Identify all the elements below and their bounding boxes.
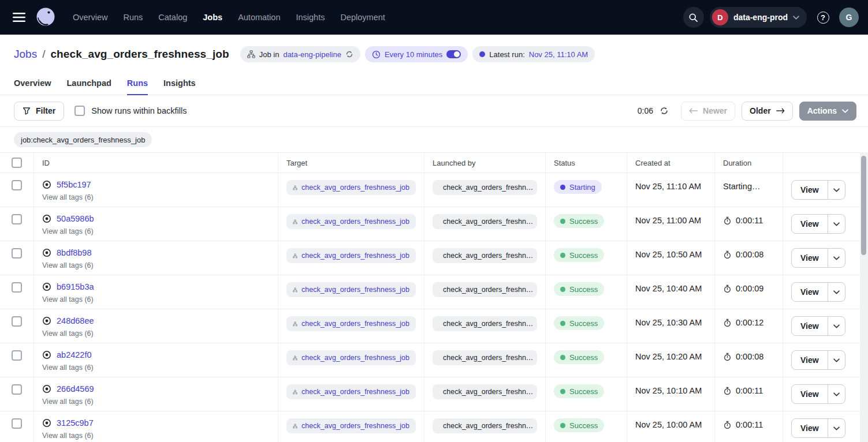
view-dropdown-toggle[interactable] — [828, 181, 845, 199]
view-all-tags-link[interactable]: View all tags (6) — [42, 398, 270, 406]
job-location-badge: Job in data-eng-pipeline — [240, 46, 360, 62]
view-dropdown-toggle[interactable] — [828, 317, 845, 335]
run-id-link[interactable]: b6915b3a — [57, 282, 94, 291]
view-all-tags-link[interactable]: View all tags (6) — [42, 227, 270, 235]
run-id-link[interactable]: 248d68ee — [57, 316, 94, 325]
row-checkbox[interactable] — [12, 316, 22, 327]
status-cell: Success — [546, 411, 627, 442]
tab-launchpad[interactable]: Launchpad — [67, 71, 111, 95]
vertical-scrollbar[interactable] — [860, 152, 868, 442]
user-avatar[interactable]: G — [839, 8, 859, 27]
launched-by-pill[interactable]: check_avg_orders_freshn… — [433, 316, 537, 331]
search-button[interactable] — [683, 7, 704, 28]
view-all-tags-link[interactable]: View all tags (6) — [42, 432, 270, 440]
sync-icon[interactable] — [345, 50, 353, 58]
backfills-checkbox[interactable] — [74, 106, 85, 116]
view-all-tags-link[interactable]: View all tags (6) — [42, 193, 270, 201]
target-pill[interactable]: check_avg_orders_freshness_job — [286, 248, 416, 263]
target-pill[interactable]: check_avg_orders_freshness_job — [286, 350, 416, 365]
view-dropdown-toggle[interactable] — [828, 419, 845, 437]
view-run-button[interactable]: View — [791, 214, 845, 234]
refresh-countdown: 0:06 — [638, 106, 653, 115]
scrollbar-thumb[interactable] — [861, 156, 866, 255]
row-checkbox[interactable] — [12, 214, 22, 224]
run-id-link[interactable]: ab2422f0 — [57, 350, 91, 359]
top-nav: Overview Runs Catalog Jobs Automation In… — [0, 0, 868, 35]
nav-item-catalog[interactable]: Catalog — [158, 13, 187, 22]
view-run-button[interactable]: View — [791, 282, 845, 302]
view-dropdown-toggle[interactable] — [828, 351, 845, 369]
row-checkbox[interactable] — [12, 282, 22, 293]
run-id-link[interactable]: 50a5986b — [57, 214, 94, 223]
target-pill[interactable]: check_avg_orders_freshness_job — [286, 282, 416, 297]
nav-item-insights[interactable]: Insights — [296, 13, 325, 22]
view-run-button[interactable]: View — [791, 180, 845, 200]
filter-button[interactable]: Filter — [14, 102, 64, 121]
hamburger-menu-icon[interactable] — [9, 8, 29, 27]
launched-by-pill[interactable]: check_avg_orders_freshn… — [433, 214, 537, 229]
job-filter-tag[interactable]: job:check_avg_orders_freshness_job — [14, 132, 152, 147]
launched-by-pill[interactable]: check_avg_orders_freshn… — [433, 418, 537, 433]
row-checkbox[interactable] — [12, 248, 22, 259]
row-checkbox[interactable] — [12, 180, 22, 190]
target-pill[interactable]: check_avg_orders_freshness_job — [286, 180, 416, 195]
latest-run-link[interactable]: Nov 25, 11:10 AM — [529, 50, 588, 59]
launched-by-pill[interactable]: check_avg_orders_freshn… — [433, 282, 537, 297]
row-checkbox[interactable] — [12, 418, 22, 429]
select-all-checkbox[interactable] — [12, 158, 22, 168]
chevron-down-icon — [833, 324, 840, 328]
dagster-logo-icon[interactable] — [35, 6, 57, 28]
view-dropdown-toggle[interactable] — [828, 385, 845, 403]
col-launched-by: Launched by — [424, 153, 546, 173]
launched-by-pill[interactable]: check_avg_orders_freshn… — [433, 248, 537, 263]
view-dropdown-toggle[interactable] — [828, 215, 845, 233]
view-run-button[interactable]: View — [791, 418, 845, 438]
target-cell: check_avg_orders_freshness_job — [278, 173, 424, 207]
row-checkbox[interactable] — [12, 384, 22, 395]
nav-item-jobs[interactable]: Jobs — [203, 13, 222, 22]
view-all-tags-link[interactable]: View all tags (6) — [42, 329, 270, 338]
help-button[interactable]: ? — [813, 7, 833, 28]
actions-button[interactable]: Actions — [799, 102, 856, 121]
tab-insights[interactable]: Insights — [163, 71, 196, 95]
nav-item-runs[interactable]: Runs — [123, 13, 143, 22]
row-checkbox[interactable] — [12, 350, 22, 361]
view-all-tags-link[interactable]: View all tags (6) — [42, 261, 270, 269]
target-pill[interactable]: check_avg_orders_freshness_job — [286, 418, 416, 433]
launched-by-pill[interactable]: check_avg_orders_freshn… — [433, 384, 537, 399]
view-all-tags-link[interactable]: View all tags (6) — [42, 364, 270, 372]
pipeline-link[interactable]: data-eng-pipeline — [283, 50, 341, 59]
launched-by-cell: check_avg_orders_freshn… — [424, 309, 546, 343]
schedule-toggle[interactable] — [446, 50, 461, 58]
view-run-button[interactable]: View — [791, 384, 845, 404]
view-run-button[interactable]: View — [791, 248, 845, 268]
view-all-tags-link[interactable]: View all tags (6) — [42, 295, 270, 304]
target-pill[interactable]: check_avg_orders_freshness_job — [286, 214, 416, 229]
status-cell: Success — [546, 241, 627, 275]
target-pill[interactable]: check_avg_orders_freshness_job — [286, 384, 416, 399]
view-run-button[interactable]: View — [791, 350, 845, 370]
nav-item-deployment[interactable]: Deployment — [340, 13, 385, 22]
launched-by-pill[interactable]: check_avg_orders_freshn… — [433, 350, 537, 365]
refresh-button[interactable] — [660, 106, 669, 115]
run-id-link[interactable]: 266d4569 — [57, 384, 94, 394]
status-badge: Success — [554, 282, 604, 296]
stopwatch-icon — [723, 353, 732, 361]
run-id-link[interactable]: 8bdf8b98 — [57, 248, 91, 257]
tab-runs[interactable]: Runs — [127, 71, 148, 95]
view-run-button[interactable]: View — [791, 316, 845, 336]
target-pill[interactable]: check_avg_orders_freshness_job — [286, 316, 416, 331]
run-id-link[interactable]: 3125c9b7 — [57, 418, 94, 428]
older-button[interactable]: Older — [742, 102, 793, 121]
view-dropdown-toggle[interactable] — [828, 249, 845, 267]
nav-item-overview[interactable]: Overview — [73, 13, 107, 22]
status-dot — [560, 287, 565, 292]
tab-overview[interactable]: Overview — [14, 71, 51, 95]
breadcrumb-jobs-link[interactable]: Jobs — [14, 48, 37, 61]
run-id-link[interactable]: 5f5bc197 — [57, 180, 91, 189]
deployment-switcher[interactable]: D data-eng-prod — [710, 7, 807, 28]
view-dropdown-toggle[interactable] — [828, 283, 845, 301]
nav-item-automation[interactable]: Automation — [238, 13, 280, 22]
launched-by-pill[interactable]: check_avg_orders_freshn… — [433, 180, 537, 195]
newer-button[interactable]: Newer — [681, 102, 735, 121]
